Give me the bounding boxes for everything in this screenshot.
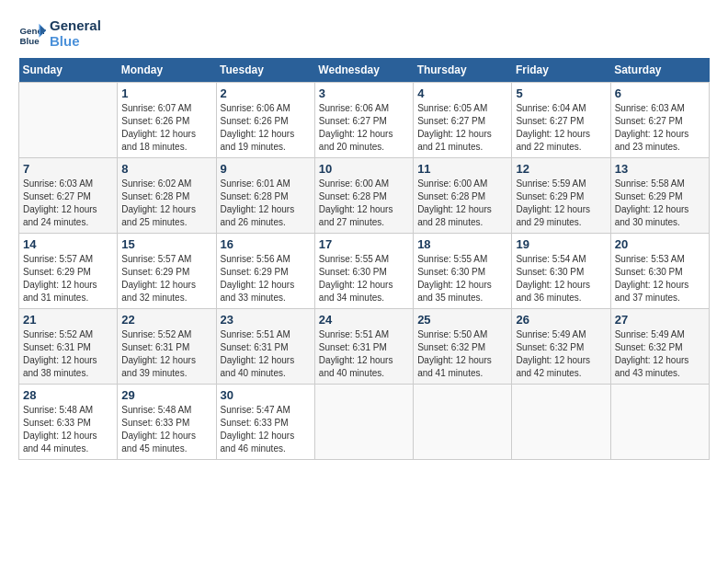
day-number: 26: [516, 313, 606, 327]
day-number: 10: [319, 162, 409, 176]
svg-text:Blue: Blue: [20, 35, 40, 45]
header-thursday: Thursday: [414, 58, 512, 83]
calendar-cell: 3Sunrise: 6:06 AMSunset: 6:27 PMDaylight…: [314, 83, 413, 158]
day-info: Sunrise: 5:48 AMSunset: 6:33 PMDaylight:…: [121, 404, 211, 455]
day-number: 8: [121, 162, 211, 176]
day-number: 23: [221, 313, 311, 327]
calendar-cell: 9Sunrise: 6:01 AMSunset: 6:28 PMDaylight…: [216, 158, 314, 234]
page-header: General Blue General Blue: [18, 18, 710, 49]
calendar-week-1: 1Sunrise: 6:07 AMSunset: 6:26 PMDaylight…: [19, 83, 710, 158]
day-info: Sunrise: 6:01 AMSunset: 6:28 PMDaylight:…: [221, 178, 311, 229]
day-number: 4: [417, 86, 507, 100]
calendar-cell: 1Sunrise: 6:07 AMSunset: 6:26 PMDaylight…: [118, 83, 216, 158]
day-info: Sunrise: 6:00 AMSunset: 6:28 PMDaylight:…: [319, 178, 409, 229]
day-info: Sunrise: 5:47 AMSunset: 6:33 PMDaylight:…: [221, 404, 311, 455]
day-info: Sunrise: 5:58 AMSunset: 6:29 PMDaylight:…: [615, 178, 705, 229]
calendar-cell: [414, 385, 512, 460]
day-number: 6: [615, 86, 705, 100]
calendar-cell: [512, 385, 610, 460]
day-info: Sunrise: 5:48 AMSunset: 6:33 PMDaylight:…: [23, 404, 113, 455]
day-info: Sunrise: 5:55 AMSunset: 6:30 PMDaylight:…: [319, 253, 409, 304]
day-number: 14: [23, 237, 113, 251]
day-number: 2: [221, 86, 311, 100]
header-sunday: Sunday: [19, 58, 118, 83]
day-number: 18: [417, 237, 507, 251]
day-info: Sunrise: 5:57 AMSunset: 6:29 PMDaylight:…: [23, 253, 113, 304]
calendar-week-5: 28Sunrise: 5:48 AMSunset: 6:33 PMDayligh…: [19, 385, 710, 460]
calendar-cell: 16Sunrise: 5:56 AMSunset: 6:29 PMDayligh…: [216, 234, 314, 309]
calendar-cell: 2Sunrise: 6:06 AMSunset: 6:26 PMDaylight…: [216, 83, 314, 158]
header-tuesday: Tuesday: [216, 58, 314, 83]
calendar-cell: 7Sunrise: 6:03 AMSunset: 6:27 PMDaylight…: [19, 158, 118, 234]
calendar-cell: 10Sunrise: 6:00 AMSunset: 6:28 PMDayligh…: [314, 158, 413, 234]
header-monday: Monday: [118, 58, 216, 83]
calendar-cell: 15Sunrise: 5:57 AMSunset: 6:29 PMDayligh…: [118, 234, 216, 309]
calendar-cell: 30Sunrise: 5:47 AMSunset: 6:33 PMDayligh…: [216, 385, 314, 460]
calendar-cell: 21Sunrise: 5:52 AMSunset: 6:31 PMDayligh…: [19, 309, 118, 385]
calendar-cell: 17Sunrise: 5:55 AMSunset: 6:30 PMDayligh…: [314, 234, 413, 309]
header-wednesday: Wednesday: [314, 58, 413, 83]
day-info: Sunrise: 6:03 AMSunset: 6:27 PMDaylight:…: [23, 178, 113, 229]
calendar-cell: 11Sunrise: 6:00 AMSunset: 6:28 PMDayligh…: [414, 158, 512, 234]
calendar-cell: 13Sunrise: 5:58 AMSunset: 6:29 PMDayligh…: [610, 158, 709, 234]
day-info: Sunrise: 5:51 AMSunset: 6:31 PMDaylight:…: [319, 328, 409, 380]
day-number: 25: [417, 313, 507, 327]
day-number: 22: [121, 313, 211, 327]
day-number: 1: [121, 86, 211, 100]
calendar-cell: 24Sunrise: 5:51 AMSunset: 6:31 PMDayligh…: [314, 309, 413, 385]
calendar-cell: 23Sunrise: 5:51 AMSunset: 6:31 PMDayligh…: [216, 309, 314, 385]
day-info: Sunrise: 5:49 AMSunset: 6:32 PMDaylight:…: [615, 328, 705, 380]
calendar-cell: 4Sunrise: 6:05 AMSunset: 6:27 PMDaylight…: [414, 83, 512, 158]
day-info: Sunrise: 5:53 AMSunset: 6:30 PMDaylight:…: [615, 253, 705, 304]
calendar-cell: 29Sunrise: 5:48 AMSunset: 6:33 PMDayligh…: [118, 385, 216, 460]
calendar-cell: 6Sunrise: 6:03 AMSunset: 6:27 PMDaylight…: [610, 83, 709, 158]
logo-text-general: General: [50, 18, 101, 34]
calendar-cell: 20Sunrise: 5:53 AMSunset: 6:30 PMDayligh…: [610, 234, 709, 309]
header-saturday: Saturday: [610, 58, 709, 83]
calendar-cell: 28Sunrise: 5:48 AMSunset: 6:33 PMDayligh…: [19, 385, 118, 460]
logo-text-blue: Blue: [50, 34, 101, 50]
day-info: Sunrise: 6:07 AMSunset: 6:26 PMDaylight:…: [121, 102, 211, 154]
day-number: 12: [516, 162, 606, 176]
day-number: 20: [615, 237, 705, 251]
calendar-cell: 8Sunrise: 6:02 AMSunset: 6:28 PMDaylight…: [118, 158, 216, 234]
day-number: 13: [615, 162, 705, 176]
day-number: 11: [417, 162, 507, 176]
day-info: Sunrise: 6:06 AMSunset: 6:27 PMDaylight:…: [319, 102, 409, 154]
day-number: 5: [516, 86, 606, 100]
calendar-cell: [314, 385, 413, 460]
logo-icon: General Blue: [18, 20, 46, 48]
day-number: 21: [23, 313, 113, 327]
calendar-cell: [19, 83, 118, 158]
day-info: Sunrise: 6:02 AMSunset: 6:28 PMDaylight:…: [121, 178, 211, 229]
calendar-cell: 22Sunrise: 5:52 AMSunset: 6:31 PMDayligh…: [118, 309, 216, 385]
day-number: 9: [221, 162, 311, 176]
day-number: 30: [221, 388, 311, 402]
day-info: Sunrise: 5:54 AMSunset: 6:30 PMDaylight:…: [516, 253, 606, 304]
calendar-cell: 27Sunrise: 5:49 AMSunset: 6:32 PMDayligh…: [610, 309, 709, 385]
day-info: Sunrise: 5:57 AMSunset: 6:29 PMDaylight:…: [121, 253, 211, 304]
day-number: 17: [319, 237, 409, 251]
calendar-table: SundayMondayTuesdayWednesdayThursdayFrid…: [18, 58, 710, 460]
calendar-header-row: SundayMondayTuesdayWednesdayThursdayFrid…: [19, 58, 710, 83]
day-info: Sunrise: 5:50 AMSunset: 6:32 PMDaylight:…: [417, 328, 507, 380]
day-number: 28: [23, 388, 113, 402]
day-info: Sunrise: 5:56 AMSunset: 6:29 PMDaylight:…: [221, 253, 311, 304]
calendar-week-3: 14Sunrise: 5:57 AMSunset: 6:29 PMDayligh…: [19, 234, 710, 309]
calendar-cell: 26Sunrise: 5:49 AMSunset: 6:32 PMDayligh…: [512, 309, 610, 385]
day-info: Sunrise: 6:03 AMSunset: 6:27 PMDaylight:…: [615, 102, 705, 154]
logo: General Blue General Blue: [18, 18, 101, 49]
calendar-cell: 14Sunrise: 5:57 AMSunset: 6:29 PMDayligh…: [19, 234, 118, 309]
day-info: Sunrise: 5:49 AMSunset: 6:32 PMDaylight:…: [516, 328, 606, 380]
calendar-cell: 12Sunrise: 5:59 AMSunset: 6:29 PMDayligh…: [512, 158, 610, 234]
calendar-week-2: 7Sunrise: 6:03 AMSunset: 6:27 PMDaylight…: [19, 158, 710, 234]
day-number: 19: [516, 237, 606, 251]
calendar-cell: 18Sunrise: 5:55 AMSunset: 6:30 PMDayligh…: [414, 234, 512, 309]
calendar-cell: 19Sunrise: 5:54 AMSunset: 6:30 PMDayligh…: [512, 234, 610, 309]
calendar-cell: [610, 385, 709, 460]
day-number: 29: [121, 388, 211, 402]
day-number: 3: [319, 86, 409, 100]
day-info: Sunrise: 5:55 AMSunset: 6:30 PMDaylight:…: [417, 253, 507, 304]
day-info: Sunrise: 5:52 AMSunset: 6:31 PMDaylight:…: [23, 328, 113, 380]
day-number: 15: [121, 237, 211, 251]
